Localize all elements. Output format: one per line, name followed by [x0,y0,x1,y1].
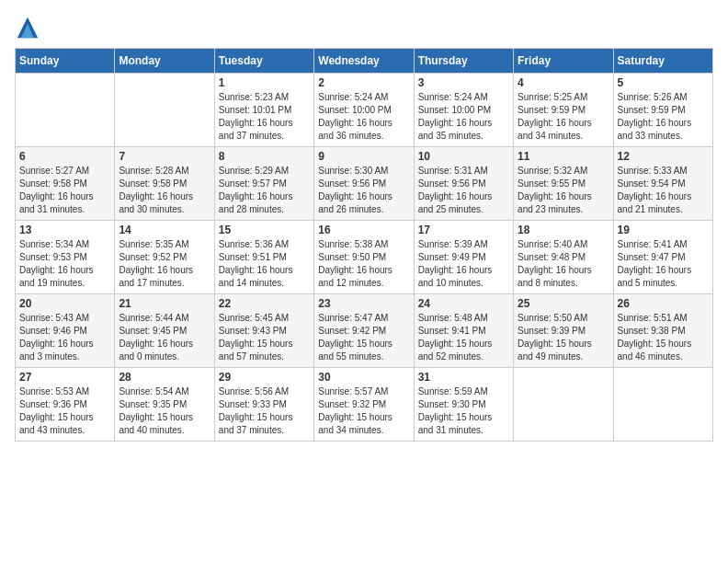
day-info: Sunrise: 5:54 AM Sunset: 9:35 PM Dayligh… [119,385,210,437]
day-cell: 23Sunrise: 5:47 AM Sunset: 9:42 PM Dayli… [314,294,414,368]
day-info: Sunrise: 5:47 AM Sunset: 9:42 PM Dayligh… [318,312,409,363]
day-cell: 25Sunrise: 5:50 AM Sunset: 9:39 PM Dayli… [514,294,613,368]
day-number: 4 [518,76,609,89]
day-number: 11 [518,150,609,163]
day-number: 15 [219,224,310,236]
week-row-4: 20Sunrise: 5:43 AM Sunset: 9:46 PM Dayli… [16,294,713,368]
day-info: Sunrise: 5:30 AM Sunset: 9:56 PM Dayligh… [318,165,409,216]
day-cell: 24Sunrise: 5:48 AM Sunset: 9:41 PM Dayli… [414,294,513,368]
day-cell: 15Sunrise: 5:36 AM Sunset: 9:51 PM Dayli… [214,221,313,294]
day-number: 22 [219,297,310,310]
day-number: 29 [219,371,310,384]
day-info: Sunrise: 5:56 AM Sunset: 9:33 PM Dayligh… [219,385,310,437]
day-cell: 9Sunrise: 5:30 AM Sunset: 9:56 PM Daylig… [314,147,414,221]
day-number: 14 [119,224,210,236]
day-info: Sunrise: 5:33 AM Sunset: 9:54 PM Dayligh… [618,165,709,216]
day-cell: 31Sunrise: 5:59 AM Sunset: 9:30 PM Dayli… [414,368,513,442]
day-info: Sunrise: 5:40 AM Sunset: 9:48 PM Dayligh… [518,238,609,290]
day-info: Sunrise: 5:32 AM Sunset: 9:55 PM Dayligh… [518,165,609,216]
week-row-3: 13Sunrise: 5:34 AM Sunset: 9:53 PM Dayli… [16,221,713,294]
day-info: Sunrise: 5:53 AM Sunset: 9:36 PM Dayligh… [19,385,110,437]
day-number: 19 [618,224,709,236]
day-cell: 21Sunrise: 5:44 AM Sunset: 9:45 PM Dayli… [115,294,214,368]
day-number: 1 [219,76,310,89]
day-number: 3 [418,76,509,89]
header-row: SundayMondayTuesdayWednesdayThursdayFrid… [16,49,713,74]
day-number: 26 [618,297,709,310]
day-cell: 2Sunrise: 5:24 AM Sunset: 10:00 PM Dayli… [314,74,414,147]
day-number: 12 [618,150,709,163]
day-cell: 19Sunrise: 5:41 AM Sunset: 9:47 PM Dayli… [613,221,712,294]
day-number: 24 [418,297,509,310]
day-cell: 12Sunrise: 5:33 AM Sunset: 9:54 PM Dayli… [613,147,712,221]
day-number: 16 [318,224,409,236]
day-info: Sunrise: 5:26 AM Sunset: 9:59 PM Dayligh… [618,91,709,143]
day-info: Sunrise: 5:39 AM Sunset: 9:49 PM Dayligh… [418,238,509,290]
day-info: Sunrise: 5:28 AM Sunset: 9:58 PM Dayligh… [119,165,210,216]
day-cell: 3Sunrise: 5:24 AM Sunset: 10:00 PM Dayli… [414,74,513,147]
day-cell: 26Sunrise: 5:51 AM Sunset: 9:38 PM Dayli… [613,294,712,368]
day-cell: 27Sunrise: 5:53 AM Sunset: 9:36 PM Dayli… [16,368,115,442]
day-number: 17 [418,224,509,236]
day-cell [16,74,115,147]
header-cell-monday: Monday [115,49,214,74]
day-number: 6 [19,150,110,163]
day-cell: 4Sunrise: 5:25 AM Sunset: 9:59 PM Daylig… [514,74,613,147]
header-cell-tuesday: Tuesday [214,49,313,74]
day-info: Sunrise: 5:29 AM Sunset: 9:57 PM Dayligh… [219,165,310,216]
day-info: Sunrise: 5:36 AM Sunset: 9:51 PM Dayligh… [219,238,310,290]
day-cell: 7Sunrise: 5:28 AM Sunset: 9:58 PM Daylig… [115,147,214,221]
header-cell-wednesday: Wednesday [314,49,414,74]
day-info: Sunrise: 5:43 AM Sunset: 9:46 PM Dayligh… [19,312,110,363]
calendar-header: SundayMondayTuesdayWednesdayThursdayFrid… [16,49,713,74]
day-info: Sunrise: 5:45 AM Sunset: 9:43 PM Dayligh… [219,312,310,363]
day-number: 25 [518,297,609,310]
day-number: 21 [119,297,210,310]
day-number: 27 [19,371,110,384]
day-number: 13 [19,224,110,236]
day-cell: 16Sunrise: 5:38 AM Sunset: 9:50 PM Dayli… [314,221,414,294]
day-cell: 14Sunrise: 5:35 AM Sunset: 9:52 PM Dayli… [115,221,214,294]
day-cell: 11Sunrise: 5:32 AM Sunset: 9:55 PM Dayli… [514,147,613,221]
day-cell: 5Sunrise: 5:26 AM Sunset: 9:59 PM Daylig… [613,74,712,147]
day-info: Sunrise: 5:34 AM Sunset: 9:53 PM Dayligh… [19,238,110,290]
day-info: Sunrise: 5:50 AM Sunset: 9:39 PM Dayligh… [518,312,609,363]
header-cell-thursday: Thursday [414,49,513,74]
day-number: 20 [19,297,110,310]
day-number: 2 [318,76,409,89]
calendar-body: 1Sunrise: 5:23 AM Sunset: 10:01 PM Dayli… [16,74,713,442]
day-info: Sunrise: 5:35 AM Sunset: 9:52 PM Dayligh… [119,238,210,290]
day-number: 5 [618,76,709,89]
header-cell-friday: Friday [514,49,613,74]
day-number: 18 [518,224,609,236]
day-cell: 8Sunrise: 5:29 AM Sunset: 9:57 PM Daylig… [214,147,313,221]
day-cell [613,368,712,442]
header-cell-sunday: Sunday [16,49,115,74]
day-number: 28 [119,371,210,384]
day-info: Sunrise: 5:41 AM Sunset: 9:47 PM Dayligh… [618,238,709,290]
week-row-2: 6Sunrise: 5:27 AM Sunset: 9:58 PM Daylig… [16,147,713,221]
day-number: 23 [318,297,409,310]
day-number: 7 [119,150,210,163]
day-info: Sunrise: 5:31 AM Sunset: 9:56 PM Dayligh… [418,165,509,216]
day-number: 8 [219,150,310,163]
day-info: Sunrise: 5:23 AM Sunset: 10:01 PM Daylig… [219,91,310,143]
day-number: 30 [318,371,409,384]
day-cell: 18Sunrise: 5:40 AM Sunset: 9:48 PM Dayli… [514,221,613,294]
day-info: Sunrise: 5:57 AM Sunset: 9:32 PM Dayligh… [318,385,409,437]
day-cell: 13Sunrise: 5:34 AM Sunset: 9:53 PM Dayli… [16,221,115,294]
logo [15,15,44,40]
day-cell: 22Sunrise: 5:45 AM Sunset: 9:43 PM Dayli… [214,294,313,368]
day-info: Sunrise: 5:25 AM Sunset: 9:59 PM Dayligh… [518,91,609,143]
day-cell: 1Sunrise: 5:23 AM Sunset: 10:01 PM Dayli… [214,74,313,147]
day-info: Sunrise: 5:38 AM Sunset: 9:50 PM Dayligh… [318,238,409,290]
day-cell [514,368,613,442]
day-cell: 17Sunrise: 5:39 AM Sunset: 9:49 PM Dayli… [414,221,513,294]
page-header [15,15,713,40]
day-cell [115,74,214,147]
day-number: 31 [418,371,509,384]
logo-icon [15,15,40,40]
day-cell: 30Sunrise: 5:57 AM Sunset: 9:32 PM Dayli… [314,368,414,442]
day-info: Sunrise: 5:27 AM Sunset: 9:58 PM Dayligh… [19,165,110,216]
day-cell: 10Sunrise: 5:31 AM Sunset: 9:56 PM Dayli… [414,147,513,221]
